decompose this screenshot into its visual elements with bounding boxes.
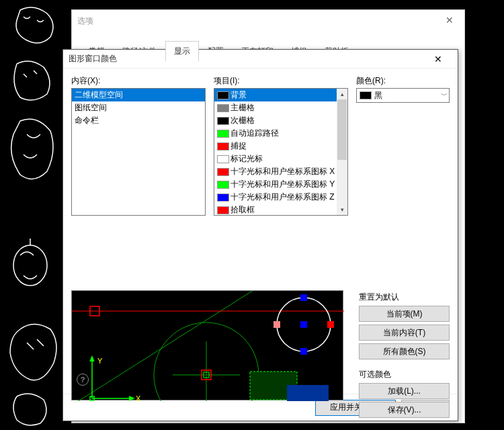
color-value: 黑 [374, 90, 382, 101]
item-entry[interactable]: 十字光标和用户坐标系图标 Z [214, 191, 347, 204]
context-listbox[interactable]: 二维模型空间 图纸空间 命令栏 [71, 88, 206, 216]
color-swatch [360, 91, 372, 99]
item-swatch [217, 155, 229, 163]
item-label: 次栅格 [230, 115, 255, 126]
reset-all-colors-button[interactable]: 所有颜色(S) [359, 343, 450, 359]
save-button[interactable]: 保存(V)... [359, 402, 450, 418]
item-swatch [217, 91, 229, 99]
colors-dialog: 图形窗口颜色 ✕ 内容(X): 二维模型空间 图纸空间 命令栏 项目(I): 背… [62, 49, 458, 421]
options-title: 选项 [77, 15, 93, 27]
item-swatch [217, 194, 229, 202]
item-label: 背景 [230, 89, 247, 101]
item-entry[interactable]: 拾取框 [214, 204, 347, 216]
item-entry[interactable]: 自动追踪路径 [214, 127, 347, 140]
item-swatch [217, 130, 229, 138]
svg-line-1 [72, 291, 274, 401]
reset-current-context-button[interactable]: 当前内容(T) [359, 325, 450, 341]
svg-text:X: X [136, 394, 141, 401]
item-swatch [217, 168, 229, 176]
help-icon[interactable]: ? [77, 374, 89, 386]
item-entry[interactable]: 十字光标和用户坐标系图标 Y [214, 178, 347, 191]
item-entry[interactable]: 次栅格 [214, 114, 347, 127]
item-entry[interactable]: 标记光标 [214, 153, 347, 165]
item-label: 十字光标和用户坐标系图标 Z [230, 191, 335, 203]
svg-rect-13 [300, 348, 307, 355]
reset-group-label: 重置为默认 [359, 292, 450, 303]
item-label: 十字光标和用户坐标系图标 Y [230, 179, 335, 190]
svg-rect-14 [300, 294, 307, 301]
item-swatch [217, 206, 229, 214]
svg-rect-12 [300, 321, 307, 328]
item-entry[interactable]: 捕捉 [214, 140, 347, 153]
scroll-down-icon[interactable]: ▾ [337, 204, 347, 215]
optional-group-label: 可选颜色 [359, 369, 450, 380]
colors-titlebar: 图形窗口颜色 ✕ [63, 50, 458, 69]
svg-rect-11 [327, 321, 334, 328]
svg-text:Y: Y [97, 357, 103, 365]
svg-rect-16 [287, 385, 329, 401]
colors-title: 图形窗口颜色 [69, 53, 424, 64]
svg-point-0 [13, 245, 47, 286]
load-button[interactable]: 加载(L)... [359, 383, 450, 399]
scroll-thumb[interactable] [337, 99, 347, 160]
svg-rect-10 [274, 321, 280, 328]
context-item[interactable]: 二维模型空间 [72, 89, 205, 101]
tab-display[interactable]: 显示 [165, 41, 199, 62]
scroll-up-icon[interactable]: ▴ [337, 89, 347, 99]
items-listbox[interactable]: 背景主栅格次栅格自动追踪路径捕捉标记光标十字光标和用户坐标系图标 X十字光标和用… [214, 88, 348, 216]
reset-current-item-button[interactable]: 当前项(M) [359, 306, 450, 322]
item-label: 自动追踪路径 [230, 128, 279, 139]
item-label: 十字光标和用户坐标系图标 X [230, 166, 335, 177]
color-label: 颜色(R): [356, 75, 450, 87]
context-item[interactable]: 命令栏 [72, 114, 205, 127]
color-combobox[interactable]: 黑 ﹀ [356, 88, 450, 103]
context-item[interactable]: 图纸空间 [72, 101, 205, 114]
close-button[interactable]: ✕ [424, 50, 452, 68]
options-titlebar: 选项 [72, 10, 464, 32]
item-swatch [217, 104, 229, 112]
item-swatch [217, 117, 229, 125]
items-label: 项目(I): [214, 75, 348, 87]
scrollbar[interactable]: ▴ ▾ [337, 89, 347, 215]
item-swatch [217, 181, 229, 189]
item-label: 主栅格 [230, 102, 255, 114]
options-close-button[interactable]: ✕ [435, 10, 464, 30]
item-entry[interactable]: 背景 [214, 89, 347, 101]
preview-canvas: Y X [71, 290, 343, 400]
item-swatch [217, 142, 229, 150]
chevron-down-icon: ﹀ [441, 91, 448, 100]
context-label: 内容(X): [71, 75, 206, 87]
item-entry[interactable]: 十字光标和用户坐标系图标 X [214, 165, 347, 178]
item-entry[interactable]: 主栅格 [214, 101, 347, 114]
item-label: 标记光标 [230, 153, 263, 165]
item-label: 拾取框 [230, 204, 255, 216]
item-label: 捕捉 [230, 140, 247, 152]
